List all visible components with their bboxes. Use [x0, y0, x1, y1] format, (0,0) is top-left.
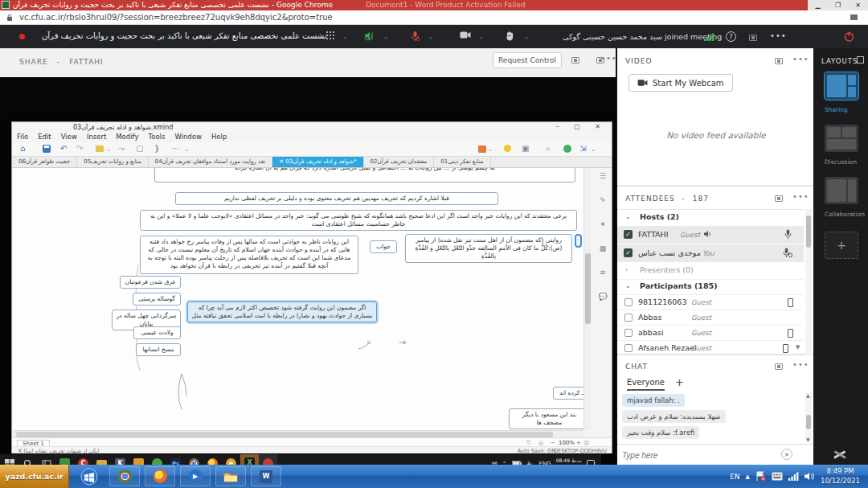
tab-sheet-01[interactable]: 01منابع تفکر دینی [434, 157, 490, 167]
attendees-pod-menu-icon[interactable]: ••• [792, 192, 809, 201]
style-chevron-icon[interactable]: ⌄ [488, 146, 493, 153]
layout-thumb-collaboration[interactable] [825, 177, 858, 204]
save-icon[interactable] [43, 145, 51, 153]
host2-mic-blocked-icon[interactable] [783, 248, 792, 258]
taskbar-firefox-icon[interactable] [145, 466, 175, 486]
attendees-scrollbar[interactable] [805, 209, 812, 355]
format-panel-icon[interactable]: ✎ [598, 196, 608, 206]
share-export-icon[interactable] [563, 145, 571, 153]
layout-label-collaboration[interactable]: Collaboration [813, 211, 868, 218]
start-webcam-button[interactable]: Start My Webcam [628, 74, 733, 92]
video-fullscreen-icon[interactable] [775, 58, 783, 64]
add-layout-button[interactable]: + [825, 232, 858, 259]
host-language-indicator[interactable]: EN [730, 473, 739, 481]
mindmap-box-jesus-birth[interactable]: ولادت عیسی [133, 326, 181, 339]
participants-collapse-icon[interactable]: ⌄ [625, 282, 631, 289]
menu-edit[interactable]: Edit [38, 133, 51, 141]
home-icon[interactable]: ⌂ [20, 144, 25, 153]
idea-lightbulb-icon[interactable] [504, 145, 511, 152]
marker-chevron-icon[interactable]: ⌄ [106, 146, 111, 153]
mindmap-box-future-events[interactable]: این روایات ناظر به حوادثی است که سالها پ… [140, 236, 358, 274]
presenters-section-header[interactable]: › Presenters (0) [617, 264, 804, 279]
attendee-row-host-fattahi[interactable]: ✓ FATTAHI Guest [617, 226, 804, 244]
attendees-scroll-down-icon[interactable]: ▼ [796, 344, 800, 351]
participant4-checkbox[interactable] [624, 344, 633, 352]
menu-help[interactable]: Help [211, 133, 227, 141]
hand-chevron-icon[interactable]: ⌄ [524, 34, 529, 40]
volume-icon[interactable] [805, 472, 815, 481]
host1-checkbox-icon[interactable]: ✓ [624, 230, 633, 239]
participant-row-1[interactable]: 9811216063 Guest [617, 294, 804, 310]
mindmap-box-mahdiyin[interactable]: قبلا اشاره کردیم که تحریف مهدیین هم تحری… [175, 192, 498, 205]
chat-tab-everyone[interactable]: Everyone [627, 378, 665, 391]
boundary-icon[interactable]: ▢ [136, 144, 143, 153]
mindmap-box-pharaohs[interactable]: غرق شدن فرعونیان [120, 276, 181, 289]
extension-icon[interactable] [850, 14, 858, 20]
host-clock[interactable]: 8:49 PM 10/12/2021 [821, 467, 860, 486]
undo-icon[interactable]: ↶ [60, 144, 67, 153]
attendee-row-host-you[interactable]: ✓ موحدی نسب عباس You [617, 244, 804, 262]
network-signal-icon[interactable] [788, 472, 799, 481]
help-icon[interactable]: ? [726, 31, 736, 42]
action-center-flag-icon[interactable] [755, 471, 766, 482]
video-pod-menu-icon[interactable]: ••• [792, 55, 809, 64]
comments-panel-icon[interactable]: 💬 [598, 293, 608, 302]
toolbar-overflow-icon[interactable]: ••• [770, 31, 787, 40]
selection-handle[interactable] [575, 234, 582, 248]
layout-label-sharing[interactable]: Sharing [813, 106, 868, 113]
summary-icon[interactable]: ❵ [154, 144, 160, 153]
mindmap-box-khabar-vahed[interactable]: برخی معتقدند که این روایات خبر واحد است … [140, 210, 577, 231]
start-orb-icon[interactable] [74, 466, 104, 486]
taskbar-word-icon[interactable]: W [251, 466, 281, 486]
input-method-icon[interactable] [772, 472, 783, 481]
taskbar-chrome-icon[interactable] [109, 466, 140, 486]
minimize-button[interactable]: ▁ [808, 0, 828, 10]
mindmap-box-partial-bottom[interactable]: ـند ابن مسعود با دیگر مصحف ها [509, 408, 583, 429]
highlight-icon[interactable]: ◎ [538, 440, 543, 446]
clipart-panel-icon[interactable]: ▦ [598, 244, 608, 254]
share-fullscreen-icon[interactable] [571, 57, 579, 64]
layout-label-discussion[interactable]: Discussion [813, 158, 868, 166]
redo-icon[interactable]: ↷ [76, 144, 83, 153]
tab-sheet-04[interactable]: 04نقد روایت مورد استناد موافقان تحریف قر… [149, 157, 272, 167]
menu-window[interactable]: Window [174, 133, 202, 141]
mindmap-box-history[interactable]: به چشم پوشی از … بین روایات به … اجتماعی… [154, 168, 575, 182]
export-icon[interactable]: ⇲ [579, 144, 586, 153]
speaker-icon[interactable] [364, 31, 375, 41]
chat-send-icon[interactable]: ➤ [781, 449, 792, 460]
chat-fullscreen-icon[interactable] [775, 363, 783, 370]
canvas-horizontal-scrollbar[interactable] [13, 430, 583, 437]
layouts-grid-icon[interactable] [857, 56, 864, 64]
fit-map-icon[interactable]: ⊡ [584, 440, 589, 446]
panel-icon[interactable]: ▣ [522, 144, 529, 153]
layout-thumb-sharing[interactable] [825, 72, 858, 100]
attendees-fullscreen-icon[interactable] [775, 195, 783, 202]
meeting-title-chevron-icon[interactable]: ⌄ [283, 34, 288, 40]
microphone-chevron-icon[interactable]: ⌄ [428, 34, 433, 40]
menu-tools[interactable]: Tools [148, 133, 165, 141]
menu-file[interactable]: File [17, 133, 28, 141]
tab-sheet-02[interactable]: 02معتقدان تحریف قرآن [364, 157, 435, 167]
chat-pod-menu-icon[interactable]: ••• [792, 360, 809, 369]
hosts-collapse-icon[interactable]: ⌄ [625, 213, 631, 220]
webcam-icon[interactable] [460, 31, 471, 39]
zoom-in-icon[interactable]: + [576, 440, 581, 446]
chat-scrollbar[interactable]: ▲ ▼ [805, 392, 812, 442]
mindmap-box-partial-top[interactable]: ـ کرده اند [553, 387, 583, 400]
menu-view[interactable]: View [61, 133, 77, 141]
filter-icon[interactable]: ▽ [526, 440, 530, 446]
export-chevron-icon[interactable]: ⌄ [591, 146, 596, 153]
fullscreen-icon[interactable] [749, 35, 757, 41]
tab-sheet-05[interactable]: 05منابع و روایات تحریف [77, 157, 149, 167]
more-chevron-icon[interactable]: ⌄ [184, 146, 189, 153]
restore-button[interactable]: ❐ [828, 0, 848, 10]
raise-hand-icon[interactable] [505, 31, 514, 41]
tray-expand-icon[interactable]: ▲ [746, 474, 750, 480]
mindmap-box-metamorphosis[interactable]: مسخ انسانها [136, 343, 181, 356]
menu-modify[interactable]: Modify [116, 133, 138, 141]
url-text[interactable]: vc.cfu.ac.ir/rbslo3hrui09/?session=breez… [19, 13, 333, 22]
xmind-window-controls[interactable]: – □ ✕ [556, 123, 607, 130]
participant2-checkbox[interactable] [624, 314, 633, 322]
style-icon[interactable] [478, 146, 486, 153]
toolbar-more-icon[interactable]: ⋯ [171, 144, 179, 153]
